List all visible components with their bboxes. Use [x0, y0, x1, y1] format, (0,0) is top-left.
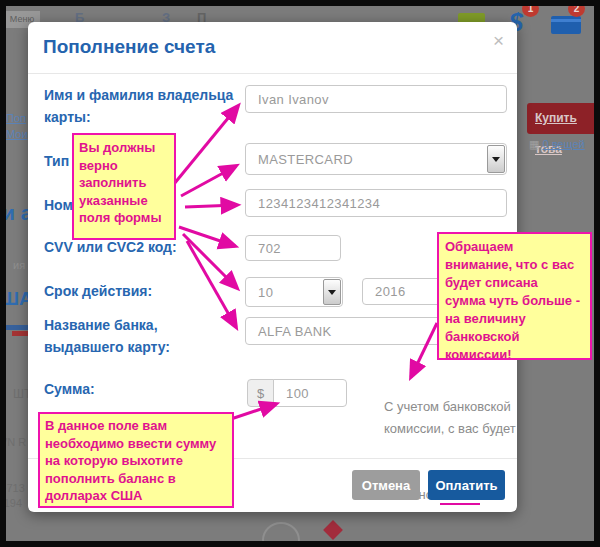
chevron-down-icon[interactable]	[323, 279, 341, 305]
bank-name-label: Название банка, выдавшего карту:	[44, 314, 224, 358]
bg-text-fragment: ия	[13, 259, 25, 271]
bg-link: Мои	[6, 128, 28, 140]
cards-notification-badge: 2	[568, 0, 585, 17]
bg-diamond-logo	[323, 520, 343, 540]
buy-goods-button: Купить това	[527, 103, 597, 134]
card-type-select[interactable]: MASTERCARD	[245, 143, 507, 175]
commission-note-lines: С учетом банковской комиссии, с вас буде…	[384, 399, 516, 436]
credit-card-icon	[551, 16, 581, 34]
bg-stamp-circle	[262, 522, 300, 547]
close-icon[interactable]: ×	[493, 30, 504, 52]
screenshot-root: Меню Б З П $ 1 2 Купить това ▦ 0 вещей П…	[0, 0, 600, 547]
chevron-down-icon[interactable]	[487, 145, 505, 173]
note-required-fields: Вы должны верно заполнить указанные поля…	[72, 133, 176, 240]
card-stripe	[551, 19, 581, 22]
card-type-value: MASTERCARD	[258, 152, 353, 167]
cancel-button[interactable]: Отмена	[352, 470, 420, 500]
cart-count-link: 0 вещей	[542, 138, 584, 150]
dialog-title: Пополнение счета	[43, 36, 215, 58]
cart-link-row: ▦ 0 вещей	[529, 138, 585, 151]
bg-text-fragment: +713	[0, 482, 25, 494]
card-number-input[interactable]: 1234123412341234	[245, 189, 507, 217]
bg-text-fragment: VN R	[0, 436, 26, 448]
bg-text-fragment: -194	[0, 497, 22, 509]
amount-label: Сумма:	[44, 378, 95, 400]
header-divider	[28, 73, 517, 74]
expiry-month-select[interactable]: 10	[245, 277, 343, 307]
amount-input[interactable]: 100	[273, 379, 347, 407]
cvv-input[interactable]: 702	[245, 235, 341, 261]
bg-flag-red	[12, 331, 28, 336]
note-commission: Обращаем внимание, что с вас будет списа…	[437, 232, 592, 360]
expiry-month-value: 10	[258, 285, 273, 300]
bg-flag-blue	[2, 325, 28, 330]
note-amount-hint: В данное поле вам необходимо ввести сумм…	[38, 412, 234, 508]
currency-prefix: $	[247, 379, 274, 407]
expiry-label: Срок действия:	[44, 280, 152, 302]
card-owner-label: Имя и фамилия владельца карты:	[44, 84, 244, 128]
card-owner-input[interactable]: Ivan Ivanov	[245, 85, 507, 113]
pay-button[interactable]: Оплатить	[428, 470, 505, 500]
cart-icon: ▦	[529, 138, 539, 150]
wallet-notification-badge: 1	[522, 0, 539, 17]
bg-link: Поп	[6, 112, 26, 124]
